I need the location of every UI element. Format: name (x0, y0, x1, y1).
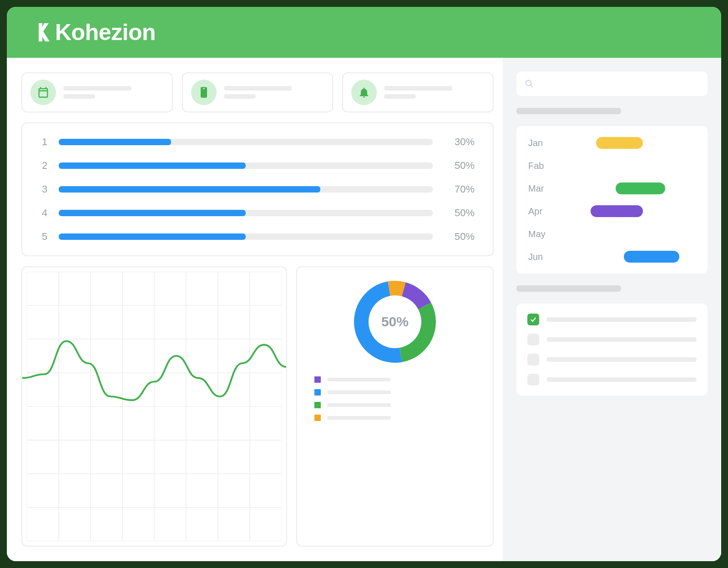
checklist-panel (516, 304, 708, 396)
gantt-month-label: Jun (528, 252, 550, 262)
section-heading-placeholder (516, 285, 621, 292)
progress-bar-row: 450% (40, 207, 475, 219)
gantt-bar (616, 183, 665, 194)
legend-item (314, 402, 391, 408)
donut-chart-panel: 50% (296, 266, 494, 547)
gantt-track (557, 205, 696, 217)
placeholder-line (327, 390, 391, 394)
legend-item (314, 376, 391, 383)
gantt-month-label: Mar (528, 183, 550, 194)
bar-percent: 50% (443, 160, 475, 172)
legend-item (314, 389, 391, 396)
checkbox-icon[interactable] (527, 374, 539, 385)
gantt-month-label: Fab (528, 161, 550, 171)
bar-index: 2 (40, 160, 49, 172)
legend-swatch (314, 415, 321, 421)
bar-percent: 50% (443, 231, 475, 243)
placeholder-line (224, 94, 256, 99)
placeholder-line (327, 416, 391, 420)
bar-index: 5 (40, 231, 49, 243)
placeholder-line (384, 86, 452, 91)
gantt-bar (591, 205, 643, 217)
placeholder-line (224, 86, 292, 91)
checklist-item[interactable] (527, 354, 697, 365)
gantt-track (557, 251, 696, 263)
search-icon (525, 79, 534, 89)
gantt-row: Apr (528, 205, 696, 217)
bar-percent: 50% (443, 207, 475, 219)
gantt-row: Mar (528, 183, 696, 194)
checkbox-icon[interactable] (527, 334, 539, 345)
placeholder-line (327, 403, 391, 407)
placeholder-line (327, 378, 391, 381)
brand-logo-icon (34, 21, 52, 43)
progress-bar-row: 370% (40, 183, 475, 195)
checklist-item[interactable] (527, 334, 697, 345)
donut-center-label: 50% (381, 314, 409, 330)
gantt-month-label: Jan (528, 138, 550, 148)
search-input[interactable] (538, 79, 699, 89)
summary-cards (21, 72, 494, 112)
placeholder-line (63, 94, 95, 99)
donut-chart: 50% (349, 276, 440, 367)
charts-row: 50% (21, 266, 494, 547)
placeholder-line (546, 357, 697, 362)
legend-item (314, 415, 391, 421)
gantt-track (557, 137, 696, 149)
gantt-row: May (528, 228, 696, 240)
gantt-track (557, 183, 696, 194)
summary-card-calendar[interactable] (21, 72, 173, 112)
bar-track (59, 210, 433, 216)
placeholder-line (63, 86, 131, 91)
bar-track (59, 162, 433, 169)
gantt-bar (596, 137, 643, 149)
placeholder-line (546, 317, 697, 322)
line-chart-panel (21, 266, 287, 547)
clipboard-icon (191, 80, 217, 105)
gantt-month-label: Apr (528, 206, 550, 217)
progress-bars-panel: 130%250%370%450%550% (21, 122, 494, 256)
placeholder-line (384, 94, 416, 99)
svg-line-1 (531, 85, 533, 87)
checklist-item[interactable] (527, 314, 697, 325)
summary-card-clipboard[interactable] (182, 72, 334, 112)
svg-point-0 (526, 80, 531, 86)
gantt-month-label: May (528, 229, 550, 239)
progress-bar-row: 250% (40, 160, 475, 172)
donut-legend (310, 376, 391, 421)
app-window: Kohezion (7, 7, 721, 561)
legend-swatch (314, 402, 321, 408)
gantt-track (557, 228, 696, 240)
gantt-track (557, 160, 696, 172)
brand-name: Kohezion (55, 19, 156, 46)
gantt-row: Jun (528, 251, 696, 263)
bell-icon (351, 80, 377, 105)
bar-index: 4 (40, 207, 49, 219)
bar-track (59, 186, 433, 193)
gantt-panel: JanFabMarAprMayJun (516, 126, 708, 274)
app-body: 130%250%370%450%550% 50% (7, 58, 721, 561)
placeholder-line (546, 337, 697, 342)
search-box[interactable] (516, 71, 708, 96)
bar-percent: 70% (443, 183, 475, 195)
checklist-item[interactable] (527, 374, 697, 385)
progress-bar-row: 130% (40, 136, 475, 148)
section-heading-placeholder (516, 108, 621, 114)
sidebar: JanFabMarAprMayJun (503, 58, 721, 561)
app-header: Kohezion (7, 7, 721, 58)
gantt-row: Jan (528, 137, 696, 149)
bar-index: 3 (40, 183, 49, 195)
placeholder-line (546, 377, 697, 382)
bar-percent: 30% (443, 136, 475, 148)
bar-track (59, 233, 433, 240)
checkbox-checked-icon[interactable] (527, 314, 539, 325)
gantt-row: Fab (528, 160, 696, 172)
line-chart (22, 267, 286, 452)
checkbox-icon[interactable] (527, 354, 539, 365)
legend-swatch (314, 376, 321, 383)
main-column: 130%250%370%450%550% 50% (7, 58, 503, 561)
progress-bar-row: 550% (40, 231, 475, 243)
summary-card-bell[interactable] (342, 72, 494, 112)
calendar-icon (30, 80, 56, 105)
gantt-bar (624, 251, 679, 263)
